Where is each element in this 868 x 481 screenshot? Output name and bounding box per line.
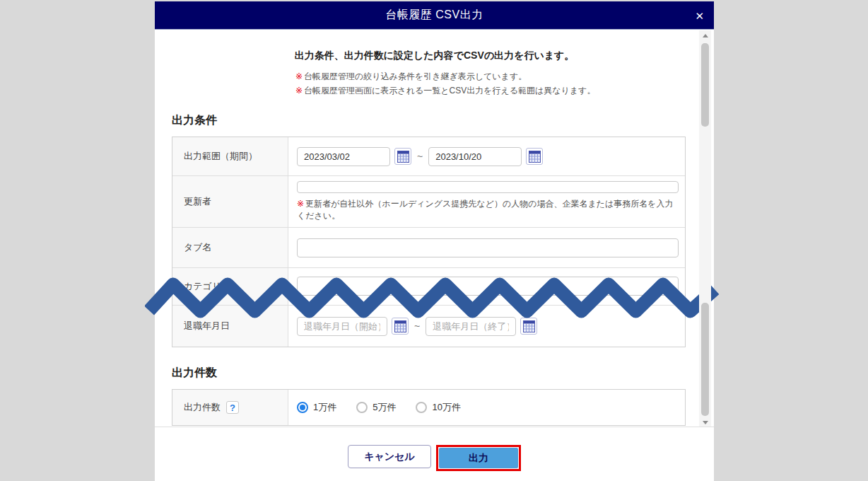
tab-name-input[interactable] bbox=[297, 238, 679, 257]
radio-selected-icon[interactable] bbox=[297, 402, 308, 413]
note-text: 台帳履歴管理画面に表示される一覧とCSV出力を行える範囲は異なります。 bbox=[304, 86, 595, 95]
cancel-button[interactable]: キャンセル bbox=[348, 445, 431, 468]
calendar-icon[interactable] bbox=[520, 318, 537, 335]
note-marker: ※ bbox=[295, 71, 303, 81]
retirement-label: 退職年月日 bbox=[172, 306, 288, 347]
modal-scroll-area: 出力条件、出力件数に設定した内容でCSVの出力を行います。 ※台帳履歴管理の絞り… bbox=[155, 30, 714, 427]
retirement-value-cell: ~ bbox=[288, 306, 685, 347]
table-row-range: 出力範囲（期間） ~ bbox=[172, 137, 685, 176]
retirement-start-input[interactable] bbox=[297, 317, 387, 336]
help-icon[interactable]: ? bbox=[226, 401, 239, 414]
table-row-count: 出力件数 ? 1万件 5万件 bbox=[172, 390, 685, 425]
table-row-category: カテゴリ名 bbox=[172, 268, 685, 306]
range-separator: ~ bbox=[417, 151, 423, 162]
conditions-heading: 出力条件 bbox=[172, 113, 714, 128]
range-label: 出力範囲（期間） bbox=[172, 137, 288, 175]
modal-footer: キャンセル 出力 bbox=[155, 427, 714, 481]
table-row-updater: 更新者 ※更新者が自社以外（ホールディングス提携先など）の人物の場合、企業名また… bbox=[172, 176, 685, 228]
count-radio-group: 1万件 5万件 10万件 bbox=[297, 401, 461, 414]
note-marker: ※ bbox=[295, 86, 303, 95]
count-table: 出力件数 ? 1万件 5万件 bbox=[172, 389, 686, 426]
radio-option-10k[interactable]: 1万件 bbox=[297, 401, 336, 414]
updater-note-text: 更新者が自社以外（ホールディングス提携先など）の人物の場合、企業名または事務所名… bbox=[297, 199, 674, 221]
intro-text: 出力条件、出力件数に設定した内容でCSVの出力を行います。 bbox=[155, 50, 714, 62]
radio-option-100k[interactable]: 10万件 bbox=[416, 401, 460, 414]
range-value-cell: ~ bbox=[288, 137, 685, 175]
category-value-cell bbox=[288, 268, 687, 305]
scroll-down-icon[interactable] bbox=[699, 417, 711, 427]
export-button[interactable]: 出力 bbox=[439, 448, 518, 468]
highlight-box: 出力 bbox=[436, 445, 521, 471]
category-label: カテゴリ名 bbox=[172, 268, 288, 305]
calendar-icon[interactable] bbox=[394, 148, 411, 165]
note-line: ※台帳履歴管理の絞り込み条件を引き継ぎ表示しています。 bbox=[295, 69, 714, 83]
radio-label: 5万件 bbox=[373, 401, 396, 414]
calendar-icon[interactable] bbox=[392, 318, 409, 335]
table-row-tab: タブ名 bbox=[172, 228, 685, 268]
csv-export-modal: 台帳履歴 CSV出力 ✕ 出力条件、出力件数に設定した内容でCSVの出力を行いま… bbox=[155, 1, 714, 481]
close-icon[interactable]: ✕ bbox=[695, 10, 704, 21]
updater-label: 更新者 bbox=[172, 176, 288, 227]
category-name-input[interactable] bbox=[297, 277, 679, 296]
range-start-input[interactable] bbox=[297, 147, 390, 166]
conditions-table: 出力範囲（期間） ~ 更新者 ※更新者が自社以外（ホー bbox=[172, 137, 686, 347]
calendar-icon[interactable] bbox=[526, 148, 543, 165]
scrollbar[interactable] bbox=[699, 30, 711, 427]
count-heading: 出力件数 bbox=[172, 366, 714, 381]
radio-label: 1万件 bbox=[313, 401, 336, 414]
range-end-input[interactable] bbox=[428, 147, 522, 166]
table-row-retirement: 退職年月日 ~ bbox=[172, 306, 685, 347]
radio-unselected-icon[interactable] bbox=[356, 402, 368, 413]
note-marker: ※ bbox=[297, 199, 304, 209]
retirement-end-input[interactable] bbox=[426, 317, 516, 336]
modal-header: 台帳履歴 CSV出力 ✕ bbox=[155, 1, 714, 30]
scroll-up-icon[interactable] bbox=[699, 30, 711, 40]
count-value-cell: 1万件 5万件 10万件 bbox=[288, 390, 685, 425]
count-label: 出力件数 bbox=[184, 401, 221, 414]
updater-input[interactable] bbox=[297, 181, 679, 193]
note-text: 台帳履歴管理の絞り込み条件を引き継ぎ表示しています。 bbox=[304, 71, 527, 81]
retirement-separator: ~ bbox=[414, 320, 420, 332]
tab-label: タブ名 bbox=[172, 228, 288, 267]
radio-unselected-icon[interactable] bbox=[416, 402, 427, 413]
count-label-cell: 出力件数 ? bbox=[172, 390, 288, 425]
radio-label: 10万件 bbox=[432, 401, 460, 414]
updater-value-cell: ※更新者が自社以外（ホールディングス提携先など）の人物の場合、企業名または事務所… bbox=[288, 176, 687, 227]
updater-note: ※更新者が自社以外（ホールディングス提携先など）の人物の場合、企業名または事務所… bbox=[297, 198, 679, 222]
scrollbar-thumb[interactable] bbox=[701, 303, 709, 416]
modal-title: 台帳履歴 CSV出力 bbox=[385, 8, 483, 23]
intro-notes: ※台帳履歴管理の絞り込み条件を引き継ぎ表示しています。 ※台帳履歴管理画面に表示… bbox=[295, 69, 714, 98]
note-line: ※台帳履歴管理画面に表示される一覧とCSV出力を行える範囲は異なります。 bbox=[295, 83, 714, 98]
scrollbar-thumb[interactable] bbox=[701, 43, 709, 127]
tab-value-cell bbox=[288, 228, 687, 267]
radio-option-50k[interactable]: 5万件 bbox=[356, 401, 396, 414]
